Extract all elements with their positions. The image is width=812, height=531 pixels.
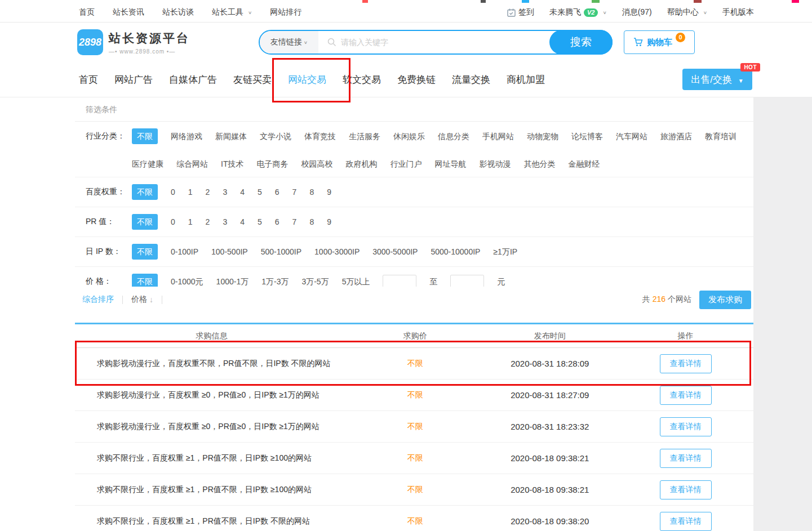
nav-free-links[interactable]: 免费换链 (397, 73, 436, 86)
view-detail-button[interactable]: 查看详情 (660, 417, 712, 436)
filter-option[interactable]: 金融财经 (568, 158, 600, 170)
filter-option[interactable]: 1000-1万 (216, 275, 249, 288)
brand-domain: —• www.2898.com •— (109, 48, 190, 55)
filter-option[interactable]: 电子商务 (256, 158, 288, 170)
filter-option[interactable]: 4 (240, 186, 245, 198)
filter-option[interactable]: 论坛博客 (571, 130, 603, 142)
nav-link-trade[interactable]: 友链买卖 (233, 73, 272, 86)
filter-option[interactable]: 信息分类 (438, 130, 469, 142)
filter-option[interactable]: 生活服务 (349, 130, 380, 142)
sell-exchange-button[interactable]: 出售/交换 HOT (682, 69, 752, 90)
filter-option[interactable]: 500-1000IP (261, 246, 301, 258)
filter-option[interactable]: 综合网站 (176, 158, 208, 170)
view-detail-button[interactable]: 查看详情 (660, 386, 712, 405)
filter-option[interactable]: 1 (188, 186, 193, 198)
filter-option[interactable]: 网络游戏 (171, 130, 202, 142)
filter-option[interactable]: 其他分类 (523, 158, 555, 170)
topbar-link-interview[interactable]: 站长访谈 (162, 7, 194, 17)
cart-button[interactable]: 购物车 0 (624, 30, 695, 54)
filter-option[interactable]: 3 (223, 186, 227, 198)
filter-option[interactable]: 3 (223, 216, 227, 228)
filter-option[interactable]: 汽车网站 (616, 130, 647, 142)
filter-option[interactable]: 校园高校 (301, 158, 332, 170)
filter-chip-any[interactable]: 不限 (132, 214, 158, 230)
filter-option[interactable]: 行业门户 (390, 158, 421, 170)
filter-option[interactable]: 1万-3万 (261, 275, 289, 288)
sort-price[interactable]: 价格 (131, 294, 153, 305)
filter-option[interactable]: 9 (327, 186, 331, 198)
filter-option[interactable]: 100-500IP (211, 246, 248, 258)
request-info: 求购影视动漫行业，百度权重不限，PR值不限，日IP数 不限的网站 (75, 359, 348, 369)
filter-option[interactable]: 2 (206, 216, 210, 228)
topbar-link-tools[interactable]: 站长工具 (212, 7, 252, 17)
filter-option[interactable]: 6 (275, 186, 279, 198)
filter-option[interactable]: 1000-3000IP (314, 246, 360, 258)
search-button[interactable]: 搜索 (549, 30, 613, 55)
nav-site-ads[interactable]: 网站广告 (114, 73, 153, 86)
nav-media-ads[interactable]: 自媒体广告 (169, 73, 217, 86)
filter-option[interactable]: 5万以上 (342, 275, 370, 288)
view-detail-button[interactable]: 查看详情 (660, 512, 712, 531)
outside-viewport-area (753, 97, 812, 531)
filter-option[interactable]: 医疗健康 (132, 158, 163, 170)
filter-option[interactable]: 文学小说 (260, 130, 291, 142)
topbar-link-home[interactable]: 首页 (79, 7, 95, 17)
filter-chip-any[interactable]: 不限 (132, 244, 158, 260)
filter-option[interactable]: 5000-10000IP (431, 246, 480, 258)
filter-option[interactable]: 政府机构 (345, 158, 377, 170)
publish-request-button[interactable]: 发布求购 (699, 291, 751, 309)
view-detail-button[interactable]: 查看详情 (660, 354, 712, 373)
filter-option[interactable]: 0-1000元 (171, 275, 203, 288)
filter-option[interactable]: 休闲娱乐 (393, 130, 425, 142)
filter-option[interactable]: 网址导航 (434, 158, 466, 170)
calendar-icon (507, 8, 516, 17)
filter-option[interactable]: 教育培训 (705, 130, 736, 142)
filter-option[interactable]: 动物宠物 (527, 130, 558, 142)
checkin-button[interactable]: 签到 (507, 7, 534, 17)
topbar-links: 首页 站长资讯 站长访谈 站长工具 网站排行 (79, 7, 301, 17)
filter-option[interactable]: 7 (292, 216, 297, 228)
filter-option[interactable]: 新闻媒体 (215, 130, 247, 142)
filter-option[interactable]: 9 (327, 216, 331, 228)
filter-option[interactable]: 0 (171, 186, 175, 198)
mobile-version-link[interactable]: 手机版本 (722, 7, 754, 17)
filter-option[interactable]: 5 (258, 186, 262, 198)
filter-option[interactable]: 影视动漫 (479, 158, 511, 170)
filter-option[interactable]: 旅游酒店 (660, 130, 692, 142)
arrow-down-icon (149, 295, 153, 304)
view-detail-button[interactable]: 查看详情 (660, 480, 712, 499)
nav-article-trade[interactable]: 软文交易 (343, 73, 381, 86)
nav-home[interactable]: 首页 (79, 73, 98, 86)
topbar-link-news[interactable]: 站长资讯 (113, 7, 144, 17)
filter-option[interactable]: 2 (206, 186, 210, 198)
filter-option[interactable]: 5 (258, 216, 262, 228)
sort-comprehensive[interactable]: 综合排序 (82, 294, 114, 305)
filter-option[interactable]: 4 (240, 216, 245, 228)
site-logo[interactable]: 2898 站长资源平台 —• www.2898.com •— (77, 29, 190, 55)
filter-option[interactable]: 1 (188, 216, 193, 228)
header-actions: 操作 (618, 331, 753, 341)
filter-option[interactable]: 6 (275, 216, 279, 228)
nav-business-join[interactable]: 商机加盟 (507, 73, 545, 86)
filter-option[interactable]: 0 (171, 216, 175, 228)
messages-link[interactable]: 消息(97) (622, 7, 652, 17)
filter-option[interactable]: 3000-5000IP (372, 246, 418, 258)
filter-chip-any[interactable]: 不限 (132, 128, 158, 144)
filter-option[interactable]: IT技术 (221, 158, 243, 170)
filter-option[interactable]: 3万-5万 (301, 275, 329, 288)
user-menu[interactable]: 未来腾飞 V2 (549, 7, 607, 17)
filter-option[interactable]: 8 (309, 216, 314, 228)
filter-option[interactable]: 8 (309, 186, 314, 198)
search-category-select[interactable]: 友情链接 (260, 31, 318, 53)
filter-option[interactable]: ≥1万IP (493, 246, 517, 258)
topbar-link-ranking[interactable]: 网站排行 (270, 7, 301, 17)
filter-option[interactable]: 0-100IP (171, 246, 198, 258)
nav-traffic-exchange[interactable]: 流量交换 (452, 73, 490, 86)
filter-chip-any[interactable]: 不限 (132, 184, 158, 200)
filter-option[interactable]: 7 (292, 186, 297, 198)
view-detail-button[interactable]: 查看详情 (660, 449, 712, 468)
filter-option[interactable]: 体育竞技 (304, 130, 336, 142)
nav-site-trade[interactable]: 网站交易 (288, 73, 326, 86)
help-center-menu[interactable]: 帮助中心 (667, 7, 707, 17)
filter-option[interactable]: 手机网站 (482, 130, 514, 142)
